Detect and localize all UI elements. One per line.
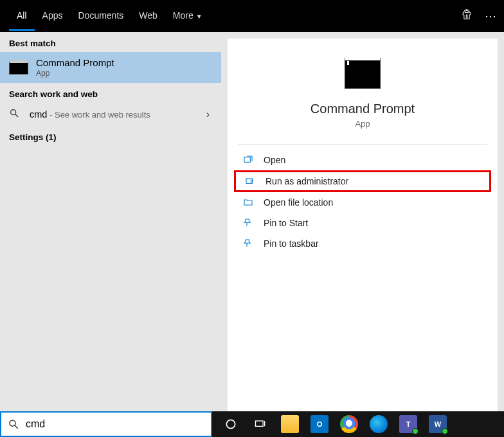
pin-start-icon (242, 218, 255, 228)
svg-line-5 (15, 425, 18, 429)
search-icon (8, 418, 19, 430)
action-open[interactable]: Open (228, 150, 498, 170)
taskbar-file-explorer[interactable] (275, 411, 305, 437)
tab-more[interactable]: More▼ (165, 1, 210, 31)
command-prompt-icon (9, 60, 28, 75)
admin-shield-icon (244, 176, 256, 186)
preview-subtitle: App (228, 119, 498, 129)
folder-icon (242, 197, 255, 208)
more-options-icon[interactable]: ⋯ (485, 9, 498, 23)
divider (238, 144, 487, 145)
taskbar-teams[interactable]: T (393, 411, 423, 437)
action-label: Open file location (264, 197, 333, 208)
action-run-as-administrator[interactable]: Run as administrator (234, 170, 491, 192)
preview-title: Command Prompt (228, 102, 498, 116)
search-icon (9, 108, 21, 121)
search-box[interactable] (0, 411, 212, 437)
svg-point-4 (10, 420, 15, 426)
taskbar-chrome[interactable] (334, 411, 364, 437)
preview-app-icon (345, 57, 381, 89)
action-label: Open (264, 155, 285, 165)
tab-apps[interactable]: Apps (35, 1, 71, 31)
web-query-text: cmd (30, 109, 47, 120)
svg-line-1 (15, 114, 18, 117)
taskbar-task-view[interactable] (246, 411, 275, 437)
result-web-search[interactable]: cmd - See work and web results › (0, 103, 221, 126)
result-subtitle: App (36, 69, 114, 78)
preview-pane: Command Prompt App Open Run as administr… (228, 39, 498, 411)
svg-rect-2 (244, 157, 250, 162)
section-search-work-web: Search work and web (0, 83, 221, 103)
open-icon (242, 155, 255, 165)
chevron-right-icon: › (206, 109, 210, 120)
chevron-down-icon: ▼ (196, 13, 203, 20)
action-pin-to-taskbar[interactable]: Pin to taskbar (228, 233, 498, 254)
search-input[interactable] (26, 418, 204, 430)
results-pane: Best match Command Prompt App Search wor… (0, 32, 221, 411)
taskbar-cortana[interactable] (216, 411, 246, 437)
taskbar-edge[interactable] (364, 411, 393, 437)
tab-documents[interactable]: Documents (70, 1, 131, 31)
result-title: Command Prompt (36, 57, 114, 68)
action-label: Pin to taskbar (264, 238, 319, 249)
action-label: Pin to Start (264, 218, 308, 228)
action-label: Run as administrator (266, 176, 348, 186)
svg-rect-7 (256, 421, 264, 426)
web-query-hint: - See work and web results (47, 110, 150, 120)
section-best-match: Best match (0, 32, 221, 52)
action-pin-to-start[interactable]: Pin to Start (228, 213, 498, 233)
taskbar-word[interactable]: W (423, 411, 453, 437)
svg-point-6 (226, 420, 235, 428)
tab-all[interactable]: All (9, 1, 35, 31)
section-settings[interactable]: Settings (1) (0, 126, 221, 146)
feedback-icon[interactable] (460, 8, 473, 24)
taskbar: O T W (212, 411, 504, 437)
svg-point-0 (11, 110, 16, 115)
result-command-prompt[interactable]: Command Prompt App (0, 52, 221, 83)
taskbar-outlook[interactable]: O (305, 411, 334, 437)
search-tabs-bar: All Apps Documents Web More▼ ⋯ (0, 0, 504, 32)
action-open-file-location[interactable]: Open file location (228, 192, 498, 213)
pin-taskbar-icon (242, 238, 255, 249)
tab-web[interactable]: Web (131, 1, 165, 31)
